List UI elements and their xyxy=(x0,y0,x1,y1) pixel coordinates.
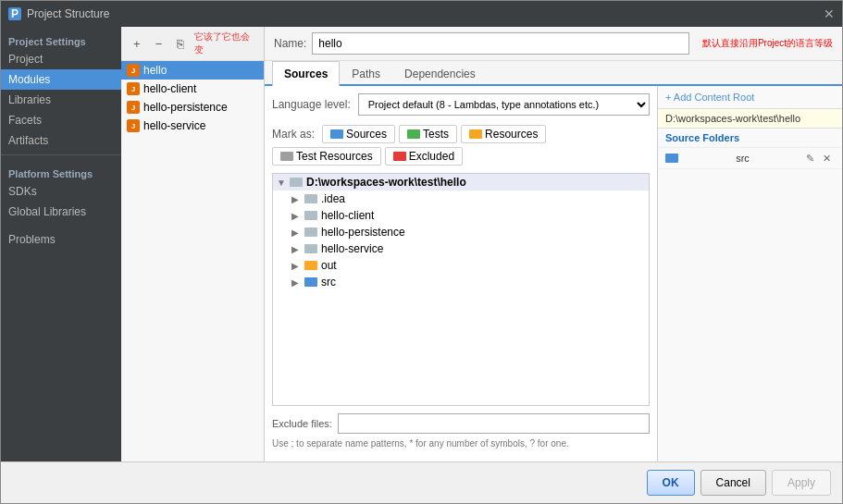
sidebar-item-sdks[interactable]: SDKs xyxy=(1,181,121,202)
source-folder-src: src ✎ ✕ xyxy=(658,148,842,169)
tab-sources[interactable]: Sources xyxy=(272,61,340,86)
root-folder-icon xyxy=(290,178,303,187)
mark-excluded-button[interactable]: Excluded xyxy=(385,147,463,166)
mark-sources-button[interactable]: Sources xyxy=(322,125,395,143)
module-item-hello-service[interactable]: J hello-service xyxy=(121,117,264,135)
language-level-label: Language level: xyxy=(272,98,351,111)
tree-arrow-hello-persistence[interactable]: ▶ xyxy=(291,227,301,238)
module-list: J hello J hello-client J hello-persisten… xyxy=(121,61,264,461)
main-panel: Name: 默认直接沿用Project的语言等级 Sources Paths D… xyxy=(265,27,842,461)
add-content-root-button[interactable]: + Add Content Root xyxy=(665,92,835,103)
sidebar-item-problems[interactable]: Problems xyxy=(1,229,121,250)
module-item-hello[interactable]: J hello xyxy=(121,61,264,80)
module-item-hello-persistence[interactable]: J hello-persistence xyxy=(121,98,264,117)
edit-source-folder-button[interactable]: ✎ xyxy=(803,151,818,166)
tree-arrow-src[interactable]: ▶ xyxy=(291,277,301,288)
bottom-bar: OK Cancel Apply xyxy=(1,461,842,503)
hello-persistence-folder-icon xyxy=(304,227,317,237)
src-folder-icon xyxy=(304,277,317,287)
exclude-files-label: Exclude files: xyxy=(272,418,332,429)
sources-folder-icon xyxy=(330,129,343,139)
module-icon-hello-client: J xyxy=(127,82,140,95)
module-item-hello-client[interactable]: J hello-client xyxy=(121,80,264,98)
remove-module-button[interactable]: − xyxy=(149,33,169,54)
mark-as-row: Mark as: Sources Tests Resources xyxy=(272,125,650,166)
sidebar-item-artifacts[interactable]: Artifacts xyxy=(1,130,121,151)
tree-item-hello-persistence[interactable]: ▶ hello-persistence xyxy=(273,224,649,240)
tree-arrow-out[interactable]: ▶ xyxy=(291,261,301,271)
module-icon-hello-service: J xyxy=(127,119,140,132)
copy-module-button[interactable]: ⎘ xyxy=(170,33,191,54)
default-lang-annotation: 默认直接沿用Project的语言等级 xyxy=(702,37,833,50)
sidebar-item-project[interactable]: Project xyxy=(1,49,121,69)
resources-folder-icon xyxy=(469,129,482,139)
dialog-content: Project Settings Project Modules Librari… xyxy=(1,27,842,461)
tree-arrow-root[interactable]: ▼ xyxy=(277,178,286,188)
add-content-root-row: + Add Content Root xyxy=(658,86,842,109)
language-level-select[interactable]: Project default (8 - Lambdas, type annot… xyxy=(358,93,650,116)
sources-left-panel: Language level: Project default (8 - Lam… xyxy=(265,86,657,461)
project-structure-dialog: P Project Structure ✕ Project Settings P… xyxy=(0,0,843,504)
mark-resources-button[interactable]: Resources xyxy=(461,125,546,143)
tests-folder-icon xyxy=(407,129,420,139)
source-folder-src-label: src xyxy=(736,153,750,164)
mark-test-resources-button[interactable]: Test Resources xyxy=(272,147,381,166)
module-icon-hello-persistence: J xyxy=(127,101,140,114)
dialog-title: Project Structure xyxy=(27,7,818,20)
sidebar: Project Settings Project Modules Librari… xyxy=(1,27,121,461)
sidebar-item-global-libraries[interactable]: Global Libraries xyxy=(1,202,121,222)
module-list-area: + − ⎘ 它该了它也会变 J hello J hello-client J h… xyxy=(121,27,265,461)
name-bar: Name: 默认直接沿用Project的语言等级 xyxy=(265,27,842,61)
hello-client-folder-icon xyxy=(304,211,317,220)
tree-root-item[interactable]: ▼ D:\workspaces-work\test\hello xyxy=(273,174,649,191)
tree-item-src[interactable]: ▶ src xyxy=(273,274,649,290)
exclude-files-input[interactable] xyxy=(338,413,650,434)
tree-arrow-idea[interactable]: ▶ xyxy=(291,194,301,204)
toolbar-annotation: 它该了它也会变 xyxy=(194,31,258,56)
mark-as-label: Mark as: xyxy=(272,128,315,141)
apply-button[interactable]: Apply xyxy=(772,470,831,496)
folder-tree[interactable]: ▼ D:\workspaces-work\test\hello ▶ .idea … xyxy=(272,173,650,406)
module-toolbar: + − ⎘ 它该了它也会变 xyxy=(121,27,264,61)
sidebar-item-libraries[interactable]: Libraries xyxy=(1,90,121,110)
mark-tests-button[interactable]: Tests xyxy=(399,125,457,143)
sidebar-item-modules[interactable]: Modules xyxy=(1,69,121,90)
tree-item-out[interactable]: ▶ out xyxy=(273,257,649,274)
content-root-path: D:\workspaces-work\test\hello xyxy=(658,109,842,129)
tree-arrow-hello-client[interactable]: ▶ xyxy=(291,211,301,221)
panel-content: Language level: Project default (8 - Lam… xyxy=(265,86,842,461)
exclude-hint: Use ; to separate name patterns, * for a… xyxy=(272,437,650,450)
tree-item-hello-client[interactable]: ▶ hello-client xyxy=(273,207,649,224)
tree-arrow-hello-service[interactable]: ▶ xyxy=(291,244,301,254)
close-button[interactable]: ✕ xyxy=(824,7,835,20)
tab-paths[interactable]: Paths xyxy=(340,61,392,86)
add-module-button[interactable]: + xyxy=(127,33,147,54)
cancel-button[interactable]: Cancel xyxy=(700,470,766,496)
source-folder-actions: ✎ ✕ xyxy=(803,151,835,166)
tabs-bar: Sources Paths Dependencies xyxy=(265,61,842,86)
module-icon-hello: J xyxy=(127,64,140,77)
remove-source-folder-button[interactable]: ✕ xyxy=(820,151,835,166)
language-level-row: Language level: Project default (8 - Lam… xyxy=(272,93,650,116)
tree-item-idea[interactable]: ▶ .idea xyxy=(273,191,649,207)
title-bar: P Project Structure ✕ xyxy=(1,1,842,27)
hello-service-folder-icon xyxy=(304,244,317,253)
out-folder-icon xyxy=(304,261,317,270)
sidebar-item-facets[interactable]: Facets xyxy=(1,110,121,130)
src-source-icon xyxy=(665,154,678,163)
name-label: Name: xyxy=(274,37,306,50)
tree-item-hello-service[interactable]: ▶ hello-service xyxy=(273,240,649,257)
project-settings-header: Project Settings xyxy=(1,31,121,49)
platform-settings-header: Platform Settings xyxy=(1,163,121,181)
excluded-folder-icon xyxy=(393,152,406,161)
app-icon: P xyxy=(8,7,21,20)
sources-right-panel: + Add Content Root D:\workspaces-work\te… xyxy=(657,86,842,461)
source-folders-label: Source Folders xyxy=(658,129,842,148)
sidebar-divider xyxy=(1,154,121,155)
ok-button[interactable]: OK xyxy=(647,470,695,496)
name-input[interactable] xyxy=(312,32,689,55)
test-resources-folder-icon xyxy=(280,152,293,161)
tab-dependencies[interactable]: Dependencies xyxy=(392,61,488,86)
exclude-files-row: Exclude files: xyxy=(272,413,650,434)
idea-folder-icon xyxy=(304,194,317,203)
